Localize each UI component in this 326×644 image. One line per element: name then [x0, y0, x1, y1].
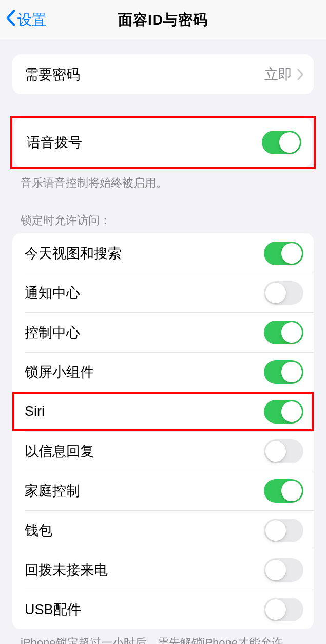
- return-missed-calls-label: 回拨未接来电: [25, 561, 108, 579]
- chevron-right-icon: [297, 69, 303, 80]
- siri-row: Siri: [12, 392, 314, 431]
- reply-message-label: 以信息回复: [25, 442, 94, 461]
- lock-access-footer: iPhone锁定超过一小时后，需先解锁iPhone才能允许USB配件连接。: [0, 629, 326, 644]
- lock-widgets-row: 锁屏小组件: [12, 352, 314, 392]
- notification-center-label: 通知中心: [25, 284, 80, 302]
- chevron-left-icon: [6, 10, 15, 29]
- usb-accessories-toggle[interactable]: [264, 598, 303, 621]
- voice-dial-toggle[interactable]: [262, 131, 301, 154]
- today-view-toggle[interactable]: [264, 242, 303, 265]
- back-label: 设置: [17, 10, 46, 30]
- control-center-row: 控制中心: [12, 312, 314, 352]
- lock-widgets-label: 锁屏小组件: [25, 363, 94, 381]
- home-control-toggle[interactable]: [264, 479, 303, 503]
- highlight-voice-dial: 语音拨号: [10, 116, 316, 169]
- siri-toggle[interactable]: [264, 400, 303, 424]
- usb-accessories-row: USB配件: [12, 590, 314, 629]
- navbar: 设置 面容ID与密码: [0, 0, 326, 40]
- lock-access-header: 锁定时允许访问：: [0, 213, 326, 233]
- voice-dial-label: 语音拨号: [27, 133, 82, 152]
- reply-message-row: 以信息回复: [12, 431, 314, 471]
- control-center-label: 控制中心: [25, 323, 80, 342]
- reply-message-toggle[interactable]: [264, 439, 303, 463]
- wallet-row: 钱包: [12, 510, 314, 550]
- usb-accessories-label: USB配件: [25, 600, 81, 619]
- voice-dial-footer: 音乐语音控制将始终被启用。: [0, 169, 326, 191]
- require-passcode-row[interactable]: 需要密码 立即: [12, 54, 314, 94]
- wallet-toggle[interactable]: [264, 519, 303, 542]
- lock-widgets-toggle[interactable]: [264, 360, 303, 384]
- voice-dial-group: 语音拨号: [14, 118, 312, 167]
- notification-center-toggle[interactable]: [264, 281, 303, 305]
- require-passcode-group: 需要密码 立即: [12, 54, 314, 94]
- page-title: 面容ID与密码: [118, 10, 208, 30]
- notification-center-row: 通知中心: [12, 273, 314, 312]
- control-center-toggle[interactable]: [264, 321, 303, 344]
- siri-label: Siri: [25, 403, 45, 419]
- today-view-label: 今天视图和搜索: [25, 244, 122, 263]
- voice-dial-row: 语音拨号: [14, 118, 312, 167]
- back-button[interactable]: 设置: [0, 10, 46, 30]
- require-passcode-value: 立即: [264, 65, 292, 84]
- require-passcode-label: 需要密码: [25, 65, 80, 84]
- return-missed-calls-toggle[interactable]: [264, 558, 303, 582]
- today-view-row: 今天视图和搜索: [12, 233, 314, 273]
- wallet-label: 钱包: [25, 521, 52, 540]
- home-control-row: 家庭控制: [12, 471, 314, 510]
- home-control-label: 家庭控制: [25, 482, 80, 500]
- lock-access-group: 今天视图和搜索 通知中心 控制中心 锁屏小组件 Siri 以信息回复 家庭控制: [12, 233, 314, 629]
- return-missed-calls-row: 回拨未接来电: [12, 550, 314, 590]
